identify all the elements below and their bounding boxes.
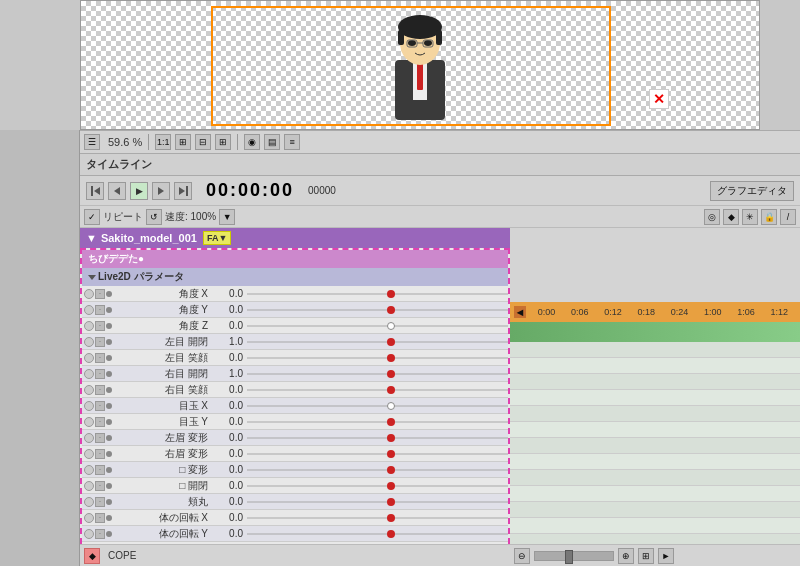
param-name-12: □ 開閉 [122,479,212,493]
zoom-slider[interactable] [534,551,614,561]
expand-icon[interactable]: ▼ [86,232,97,244]
subsection-expand[interactable] [88,275,96,280]
param-btn-1[interactable]: · [95,305,105,315]
goto-start-btn[interactable] [86,182,104,200]
green-gradient [510,322,800,342]
repeat-btn[interactable]: ↺ [146,209,162,225]
param-circle-6[interactable] [84,385,94,395]
snap-btn[interactable]: ✳ [742,209,758,225]
timeline-row [510,438,800,454]
grid-toggle-btn[interactable]: ⊞ [638,548,654,564]
svg-rect-6 [436,30,442,45]
play-btn[interactable]: ▶ [130,182,148,200]
param-btn-14[interactable]: · [95,513,105,523]
param-panel: ちびデデた● Live2D パラメータ · 角度 X 0.0 · [80,248,510,564]
speed-btn[interactable]: ▼ [219,209,235,225]
param-btn-6[interactable]: · [95,385,105,395]
param-btn-3[interactable]: · [95,337,105,347]
param-circle-8[interactable] [84,417,94,427]
settings-btn[interactable]: ▤ [264,134,280,150]
param-circle-2[interactable] [84,321,94,331]
param-btn-0[interactable]: · [95,289,105,299]
key-btn[interactable]: ◆ [723,209,739,225]
track-dot-12 [387,482,395,490]
zoom-in-btn[interactable]: ⊞ [175,134,191,150]
close-icon[interactable]: ✕ [649,89,669,109]
param-btn-4[interactable]: · [95,353,105,363]
param-row: · 右目 笑顔 0.0 [82,382,508,398]
param-value-6: 0.0 [212,384,247,395]
zoom-fit-btn[interactable]: 1:1 [155,134,171,150]
goto-end-btn[interactable] [174,182,192,200]
graph-editor-label: グラフエディタ [717,184,787,198]
check-btn[interactable]: ✓ [84,209,100,225]
param-circle-4[interactable] [84,353,94,363]
param-circle-11[interactable] [84,465,94,475]
track-dot-0 [387,290,395,298]
param-value-13: 0.0 [212,496,247,507]
svg-rect-5 [398,30,404,45]
track-dot-6 [387,386,395,394]
right-arrow-btn[interactable]: ► [658,548,674,564]
track-dot-8 [387,418,395,426]
param-track-7 [247,399,508,413]
separator [148,134,149,150]
track-line-12 [247,485,508,486]
param-value-10: 0.0 [212,448,247,459]
param-circle-1[interactable] [84,305,94,315]
param-dot-14 [106,515,112,521]
param-btn-2[interactable]: · [95,321,105,331]
track-line-8 [247,421,508,422]
grid-btn[interactable]: ⊞ [215,134,231,150]
param-circle-13[interactable] [84,497,94,507]
param-icons-6: · [82,385,122,395]
param-track-2 [247,319,508,333]
zoom-minus-btn[interactable]: ⊖ [514,548,530,564]
ruler-arrow-btn[interactable]: ◄ [514,306,526,318]
param-name-2: 角度 Z [122,319,212,333]
more-btn2[interactable]: / [780,209,796,225]
cope-label: COPE [108,550,136,561]
zoom-out-btn[interactable]: ⊟ [195,134,211,150]
param-circle-15[interactable] [84,529,94,539]
param-circle-9[interactable] [84,433,94,443]
step-back-btn[interactable] [108,182,126,200]
param-btn-12[interactable]: · [95,481,105,491]
ruler-mark-5: 1:00 [696,307,729,317]
track-line-14 [247,517,508,518]
param-circle-3[interactable] [84,337,94,347]
param-circle-0[interactable] [84,289,94,299]
param-btn-15[interactable]: · [95,529,105,539]
param-btn-5[interactable]: · [95,369,105,379]
toggle-btn[interactable]: ◉ [244,134,260,150]
param-name-5: 右目 開閉 [122,367,212,381]
marker-btn[interactable]: ◎ [704,209,720,225]
param-btn-13[interactable]: · [95,497,105,507]
param-btn-11[interactable]: · [95,465,105,475]
param-icons-7: · [82,401,122,411]
svg-point-8 [424,40,432,46]
timeline-row [510,470,800,486]
param-dot-12 [106,483,112,489]
param-btn-9[interactable]: · [95,433,105,443]
param-btn-8[interactable]: · [95,417,105,427]
param-btn-10[interactable]: · [95,449,105,459]
graph-editor-btn[interactable]: グラフエディタ [710,181,794,201]
zoom-thumb[interactable] [565,550,573,564]
timeline-row [510,454,800,470]
lock-btn[interactable]: 🔒 [761,209,777,225]
param-icons-13: · [82,497,122,507]
zoom-plus-btn[interactable]: ⊕ [618,548,634,564]
param-circle-5[interactable] [84,369,94,379]
more-btn[interactable]: ≡ [284,134,300,150]
step-fwd-btn[interactable] [152,182,170,200]
param-circle-12[interactable] [84,481,94,491]
param-circle-14[interactable] [84,513,94,523]
ruler-header: ◄ 0:000:060:120:180:241:001:061:12 [510,302,800,322]
track-dot-5 [387,370,395,378]
red-indicator[interactable]: ◆ [84,548,100,564]
param-circle-7[interactable] [84,401,94,411]
param-circle-10[interactable] [84,449,94,459]
param-btn-7[interactable]: · [95,401,105,411]
menu-icon[interactable]: ☰ [84,134,100,150]
